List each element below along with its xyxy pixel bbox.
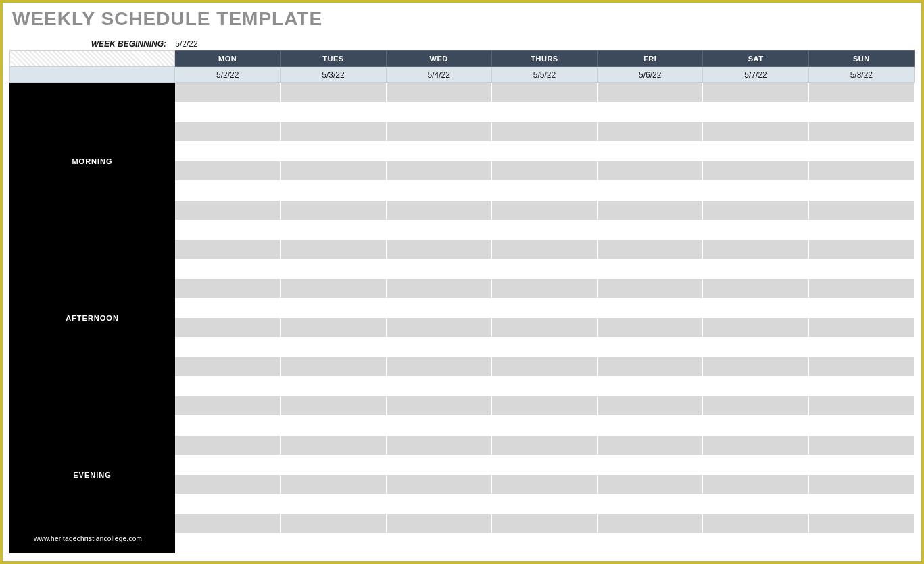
- schedule-cell[interactable]: [703, 161, 808, 181]
- schedule-cell[interactable]: [281, 161, 386, 181]
- schedule-cell[interactable]: [386, 259, 491, 279]
- schedule-cell[interactable]: [491, 161, 597, 181]
- schedule-cell[interactable]: [598, 299, 703, 318]
- schedule-cell[interactable]: [808, 240, 914, 259]
- schedule-cell[interactable]: [386, 338, 491, 357]
- schedule-cell[interactable]: [175, 436, 281, 455]
- schedule-cell[interactable]: [703, 259, 808, 279]
- schedule-cell[interactable]: [703, 514, 808, 534]
- schedule-cell[interactable]: [598, 161, 703, 181]
- schedule-cell[interactable]: [808, 396, 914, 416]
- schedule-cell[interactable]: [491, 455, 597, 475]
- schedule-cell[interactable]: [175, 416, 281, 436]
- schedule-cell[interactable]: [598, 122, 703, 142]
- schedule-cell[interactable]: [703, 377, 808, 396]
- schedule-cell[interactable]: [175, 201, 281, 220]
- schedule-cell[interactable]: [175, 103, 281, 122]
- schedule-cell[interactable]: [703, 83, 808, 103]
- schedule-cell[interactable]: [808, 377, 914, 396]
- schedule-cell[interactable]: [491, 279, 597, 299]
- schedule-cell[interactable]: [703, 534, 808, 553]
- schedule-cell[interactable]: [386, 181, 491, 201]
- schedule-cell[interactable]: [598, 396, 703, 416]
- schedule-cell[interactable]: [175, 534, 281, 553]
- schedule-cell[interactable]: [281, 338, 386, 357]
- schedule-cell[interactable]: [598, 240, 703, 259]
- schedule-cell[interactable]: [386, 318, 491, 338]
- schedule-cell[interactable]: [281, 240, 386, 259]
- schedule-cell[interactable]: [598, 338, 703, 357]
- schedule-cell[interactable]: [808, 514, 914, 534]
- schedule-cell[interactable]: [175, 181, 281, 201]
- schedule-cell[interactable]: [598, 436, 703, 455]
- schedule-cell[interactable]: [175, 396, 281, 416]
- schedule-cell[interactable]: [281, 416, 386, 436]
- schedule-cell[interactable]: [703, 475, 808, 494]
- schedule-cell[interactable]: [808, 416, 914, 436]
- schedule-cell[interactable]: [491, 181, 597, 201]
- schedule-cell[interactable]: [491, 377, 597, 396]
- schedule-cell[interactable]: [386, 122, 491, 142]
- schedule-cell[interactable]: [175, 161, 281, 181]
- schedule-cell[interactable]: [281, 318, 386, 338]
- schedule-cell[interactable]: [491, 475, 597, 494]
- schedule-cell[interactable]: [598, 475, 703, 494]
- schedule-cell[interactable]: [175, 475, 281, 494]
- schedule-cell[interactable]: [281, 103, 386, 122]
- schedule-cell[interactable]: [386, 83, 491, 103]
- schedule-cell[interactable]: [281, 357, 386, 377]
- schedule-cell[interactable]: [808, 534, 914, 553]
- schedule-cell[interactable]: [808, 142, 914, 161]
- schedule-cell[interactable]: [281, 494, 386, 514]
- schedule-cell[interactable]: [386, 455, 491, 475]
- schedule-cell[interactable]: [491, 240, 597, 259]
- schedule-cell[interactable]: [491, 299, 597, 318]
- schedule-cell[interactable]: [491, 103, 597, 122]
- schedule-cell[interactable]: [491, 534, 597, 553]
- schedule-cell[interactable]: [281, 142, 386, 161]
- schedule-cell[interactable]: [175, 240, 281, 259]
- schedule-cell[interactable]: [386, 436, 491, 455]
- schedule-cell[interactable]: [598, 318, 703, 338]
- schedule-cell[interactable]: [491, 259, 597, 279]
- schedule-cell[interactable]: [386, 514, 491, 534]
- schedule-cell[interactable]: [703, 220, 808, 240]
- schedule-cell[interactable]: [491, 338, 597, 357]
- schedule-cell[interactable]: [491, 83, 597, 103]
- schedule-cell[interactable]: [808, 475, 914, 494]
- schedule-cell[interactable]: [386, 534, 491, 553]
- schedule-cell[interactable]: [281, 122, 386, 142]
- schedule-cell[interactable]: [491, 122, 597, 142]
- schedule-cell[interactable]: [386, 396, 491, 416]
- schedule-cell[interactable]: [598, 83, 703, 103]
- schedule-cell[interactable]: [808, 122, 914, 142]
- schedule-cell[interactable]: [703, 240, 808, 259]
- schedule-cell[interactable]: [175, 318, 281, 338]
- schedule-cell[interactable]: [386, 279, 491, 299]
- schedule-cell[interactable]: [703, 201, 808, 220]
- schedule-cell[interactable]: [281, 436, 386, 455]
- schedule-cell[interactable]: [281, 201, 386, 220]
- schedule-cell[interactable]: [598, 357, 703, 377]
- schedule-cell[interactable]: [808, 83, 914, 103]
- schedule-cell[interactable]: [175, 279, 281, 299]
- schedule-cell[interactable]: [491, 201, 597, 220]
- schedule-cell[interactable]: [491, 396, 597, 416]
- schedule-cell[interactable]: [281, 181, 386, 201]
- schedule-cell[interactable]: [386, 142, 491, 161]
- schedule-cell[interactable]: [808, 455, 914, 475]
- schedule-cell[interactable]: [175, 377, 281, 396]
- schedule-cell[interactable]: [598, 455, 703, 475]
- schedule-cell[interactable]: [703, 494, 808, 514]
- schedule-cell[interactable]: [281, 455, 386, 475]
- schedule-cell[interactable]: [386, 475, 491, 494]
- schedule-cell[interactable]: [703, 103, 808, 122]
- schedule-cell[interactable]: [175, 142, 281, 161]
- schedule-cell[interactable]: [598, 220, 703, 240]
- schedule-cell[interactable]: [175, 494, 281, 514]
- schedule-cell[interactable]: [808, 279, 914, 299]
- schedule-cell[interactable]: [703, 455, 808, 475]
- schedule-cell[interactable]: [175, 83, 281, 103]
- schedule-cell[interactable]: [808, 494, 914, 514]
- schedule-cell[interactable]: [808, 161, 914, 181]
